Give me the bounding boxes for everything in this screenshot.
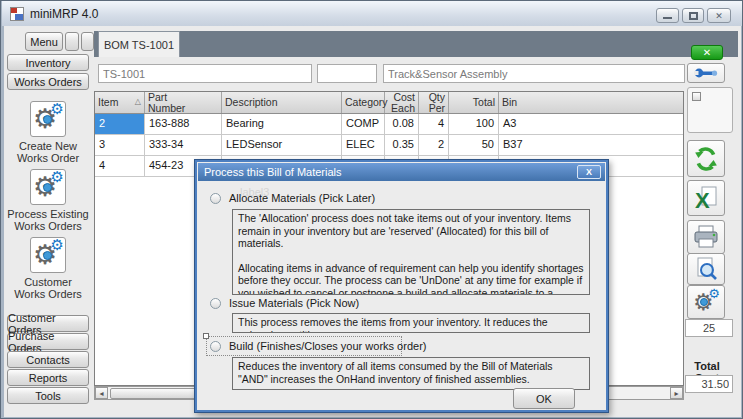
build-description-box: Reduces the inventory of all items consu… (232, 357, 590, 390)
customer-works-orders-label: Customer Works Orders (1, 276, 95, 300)
build-option[interactable]: Build (Finishes/Closes your works order) (210, 340, 426, 352)
cell-category[interactable]: COMP (342, 114, 385, 134)
process-existing-works-orders-button[interactable]: ⚙⚙ (30, 169, 66, 205)
table-row[interactable]: 3 333-34 LEDSensor ELEC 0.35 2 50 B37 (95, 135, 683, 156)
minimize-button[interactable] (656, 8, 679, 23)
cell-cost-each[interactable]: 0.35 (385, 135, 419, 155)
total-cost-value[interactable] (685, 375, 733, 393)
tab-strip: BOM TS-1001 (94, 31, 738, 57)
close-icon: ✕ (715, 11, 723, 21)
build-quantity-input[interactable] (685, 319, 733, 337)
cell-description[interactable]: Bearing (222, 114, 342, 134)
allocate-materials-label: Allocate Materials (Pick Later) (229, 192, 375, 204)
allocate-description-paragraph: Allocating items in advance of requireme… (238, 262, 584, 296)
close-bom-button[interactable]: ✕ (691, 45, 723, 60)
cell-bin[interactable]: A3 (499, 114, 683, 134)
create-new-works-order-label: Create New Works Order (1, 140, 95, 164)
cell-bin[interactable]: B37 (499, 135, 683, 155)
sidebar-item-contacts[interactable]: Contacts (7, 351, 89, 368)
build-description-paragraph: Reduces the inventory of all items consu… (238, 360, 584, 385)
radio-button-icon[interactable] (210, 341, 221, 352)
option-panel (687, 87, 733, 133)
cell-part-number[interactable]: 333-34 (145, 135, 222, 155)
sidebar-item-works-orders[interactable]: Works Orders (7, 73, 89, 90)
column-header-part-number[interactable]: Part Number (145, 92, 222, 113)
close-button[interactable]: ✕ (707, 8, 731, 23)
toolbar-small-button-2[interactable] (81, 32, 94, 51)
build-label: Build (Finishes/Closes your works order) (229, 340, 426, 352)
column-header-bin[interactable]: Bin (499, 92, 683, 113)
svg-text:X: X (695, 188, 710, 211)
radio-button-icon[interactable] (210, 193, 221, 204)
gears-icon: ⚙⚙ (31, 170, 65, 204)
selection-handle (203, 333, 209, 339)
tab-bom-ts-1001[interactable]: BOM TS-1001 (98, 31, 180, 57)
close-x-icon: ✕ (703, 47, 711, 58)
allocate-description-paragraph: The 'Allocation' process does not take i… (238, 212, 584, 250)
issue-materials-option[interactable]: Issue Materials (Pick Now) (210, 297, 359, 309)
refresh-button[interactable] (687, 140, 725, 177)
column-header-description[interactable]: Description (222, 92, 342, 113)
cell-total[interactable]: 100 (449, 114, 499, 134)
cell-qty-per[interactable]: 2 (419, 135, 449, 155)
issue-materials-label: Issue Materials (Pick Now) (229, 297, 359, 309)
menu-button[interactable]: Menu (25, 32, 63, 51)
ok-button[interactable]: OK (513, 388, 575, 409)
maximize-button[interactable] (682, 8, 704, 23)
radio-button-icon[interactable] (210, 298, 221, 309)
print-icon (693, 225, 719, 249)
dialog-close-button[interactable]: X (577, 165, 601, 179)
app-icon (10, 7, 24, 21)
refresh-icon (693, 146, 719, 172)
process-bom-dialog: Process this Bill of Materials X label3 … (194, 159, 609, 413)
process-existing-works-orders-label: Process Existing Works Orders (1, 208, 95, 232)
customer-works-orders-button[interactable]: ⚙⚙ (30, 237, 66, 273)
app-window: miniMRP 4.0 ✕ Menu Inventory Works Order… (0, 0, 743, 419)
dialog-titlebar: Process this Bill of Materials X (198, 163, 605, 181)
scroll-left-icon[interactable]: ◂ (95, 387, 108, 399)
toolbar-small-button-1[interactable] (65, 32, 79, 51)
cell-item[interactable]: 3 (95, 135, 145, 155)
dialog-title: Process this Bill of Materials (204, 166, 342, 178)
column-header-total[interactable]: Total (449, 92, 499, 113)
print-button[interactable] (687, 220, 725, 254)
allocate-materials-option[interactable]: Allocate Materials (Pick Later) (210, 192, 375, 204)
process-bom-button[interactable]: ⚙ ⚙ (687, 285, 725, 319)
window-titlebar: miniMRP 4.0 (2, 1, 743, 26)
column-header-cost-each[interactable]: Cost Each (385, 92, 419, 113)
column-header-item[interactable]: Item△ (95, 92, 145, 113)
description-field[interactable] (383, 64, 685, 83)
sidebar-item-tools[interactable]: Tools (7, 387, 89, 404)
part-number-field[interactable] (98, 64, 312, 83)
scroll-right-icon[interactable]: ▸ (670, 387, 683, 399)
column-header-category[interactable]: Category (342, 92, 385, 113)
issue-description-box: This process removes the items from your… (232, 313, 590, 333)
sidebar-item-inventory[interactable]: Inventory (7, 54, 89, 71)
revision-field[interactable] (317, 64, 377, 83)
sidebar-item-purchase-orders[interactable]: Purchase Orders (7, 333, 89, 350)
settings-wrench-button[interactable] (687, 63, 725, 83)
cell-description[interactable]: LEDSensor (222, 135, 342, 155)
cell-cost-each[interactable]: 0.08 (385, 114, 419, 134)
gears-icon: ⚙⚙ (31, 102, 65, 136)
print-preview-button[interactable] (687, 253, 725, 285)
table-row[interactable]: 2 163-888 Bearing COMP 0.08 4 100 A3 (95, 114, 683, 135)
cell-item[interactable]: 4 (95, 156, 145, 176)
allocate-description-box: The 'Allocation' process does not take i… (232, 209, 590, 295)
minimize-icon (663, 17, 672, 19)
sidebar-item-reports[interactable]: Reports (7, 369, 89, 386)
cell-part-number[interactable]: 163-888 (145, 114, 222, 134)
print-preview-icon (694, 257, 718, 281)
gears-icon: ⚙⚙ (31, 238, 65, 272)
issue-description-paragraph: This process removes the items from your… (238, 316, 584, 333)
maximize-icon (689, 12, 698, 20)
create-new-works-order-button[interactable]: ⚙⚙ (30, 101, 66, 137)
cell-total[interactable]: 50 (449, 135, 499, 155)
export-excel-button[interactable]: X (687, 180, 725, 216)
cell-item-selected[interactable]: 2 (95, 114, 145, 134)
cell-qty-per[interactable]: 4 (419, 114, 449, 134)
checkbox[interactable] (692, 92, 701, 101)
column-header-qty-per[interactable]: Qty Per (419, 92, 449, 113)
excel-export-icon: X (693, 185, 719, 211)
cell-category[interactable]: ELEC (342, 135, 385, 155)
